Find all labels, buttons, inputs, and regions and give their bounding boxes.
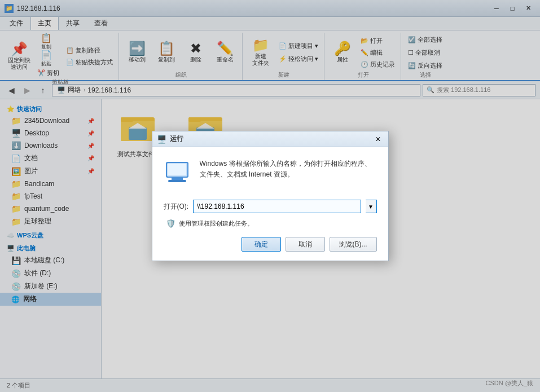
run-dialog: 🖥️ 运行 ✕ Windows 将根据你所输入的名称，为你打开相应的程序、文件夹… <box>152 131 389 261</box>
dialog-input[interactable] <box>193 200 361 213</box>
dialog-input-row: 打开(O): ▼ <box>164 200 377 213</box>
dialog-dropdown-button[interactable]: ▼ <box>366 200 377 213</box>
dialog-browse-button[interactable]: 浏览(B)... <box>330 237 377 252</box>
dialog-close-button[interactable]: ✕ <box>372 134 384 144</box>
svg-rect-14 <box>168 180 186 182</box>
shield-icon: 🛡️ <box>166 219 175 228</box>
dialog-hint-row: 🛡️ 使用管理权限创建此任务。 <box>164 219 377 228</box>
dialog-buttons: 确定 取消 浏览(B)... <box>164 237 377 252</box>
dialog-body: Windows 将根据你所输入的名称，为你打开相应的程序、文件夹、文档或 Int… <box>152 147 388 261</box>
dialog-cancel-button[interactable]: 取消 <box>286 237 325 252</box>
dialog-hint-text: 使用管理权限创建此任务。 <box>179 219 253 228</box>
dialog-desc-icon <box>164 158 191 191</box>
dialog-title-text: 运行 <box>170 134 369 144</box>
dialog-title-icon: 🖥️ <box>157 135 166 144</box>
dialog-description: Windows 将根据你所输入的名称，为你打开相应的程序、文件夹、文档或 Int… <box>164 158 377 191</box>
dialog-description-text: Windows 将根据你所输入的名称，为你打开相应的程序、文件夹、文档或 Int… <box>200 158 377 191</box>
dialog-input-label: 打开(O): <box>164 202 189 212</box>
dialog-overlay: 🖥️ 运行 ✕ Windows 将根据你所输入的名称，为你打开相应的程序、文件夹… <box>0 0 540 392</box>
svg-rect-13 <box>172 178 183 180</box>
svg-rect-12 <box>168 164 186 175</box>
dialog-ok-button[interactable]: 确定 <box>242 237 281 252</box>
dialog-title-bar: 🖥️ 运行 ✕ <box>152 131 388 147</box>
